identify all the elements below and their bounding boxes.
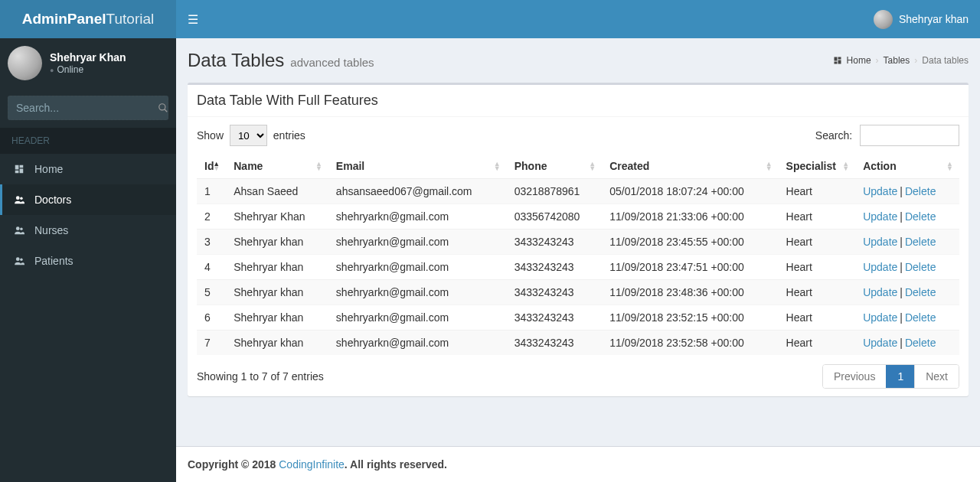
cell-email: shehryarkn@gmail.com	[328, 331, 507, 356]
sort-icon: ▲▼	[315, 161, 322, 171]
menu-toggle-button[interactable]: ☰	[188, 12, 198, 27]
update-link[interactable]: Update	[863, 210, 897, 223]
sidebar-item-nurses[interactable]: Nurses	[0, 215, 176, 246]
delete-link[interactable]: Delete	[905, 236, 936, 248]
delete-link[interactable]: Delete	[905, 261, 936, 273]
svg-point-4	[16, 226, 20, 230]
length-prefix: Show	[197, 129, 224, 142]
table-row: 2 Shehryar Khan shehryarkn@gmail.com 033…	[197, 204, 959, 230]
sidebar-item-label: Doctors	[34, 194, 71, 206]
column-header[interactable]: Name▲▼	[226, 154, 328, 179]
cell-phone: 3433243243	[507, 255, 602, 280]
svg-point-6	[16, 257, 20, 261]
action-separator: |	[900, 337, 903, 349]
footer-copyright: Copyright © 2018	[188, 458, 279, 471]
svg-line-1	[165, 109, 168, 112]
update-link[interactable]: Update	[863, 311, 897, 324]
cell-id: 3	[197, 230, 226, 255]
data-table: Id▲▼Name▲▼Email▲▼Phone▲▼Created▲▼Special…	[197, 154, 959, 355]
cell-action: Update|Delete	[855, 179, 959, 204]
delete-link[interactable]: Delete	[905, 210, 936, 223]
table-search-input[interactable]	[860, 125, 959, 146]
sidebar-menu: Home Doctors Nurses Patients	[0, 154, 176, 276]
box-title: Data Table With Full Features	[197, 93, 959, 109]
search-icon	[158, 103, 168, 113]
sidebar-item-home[interactable]: Home	[0, 154, 176, 184]
column-header[interactable]: Id▲▼	[197, 154, 226, 179]
column-header[interactable]: Specialist▲▼	[779, 154, 856, 179]
table-row: 6 Shehryar khan shehryarkn@gmail.com 343…	[197, 305, 959, 331]
column-header[interactable]: Action▲▼	[855, 154, 959, 179]
column-header[interactable]: Created▲▼	[602, 154, 778, 179]
breadcrumb-separator: ›	[914, 55, 917, 66]
sort-icon: ▲▼	[946, 161, 953, 171]
svg-point-2	[16, 196, 20, 200]
table-row: 7 Shehryar khan shehryarkn@gmail.com 343…	[197, 331, 959, 356]
pagination-next[interactable]: Next	[914, 365, 959, 388]
svg-point-3	[20, 197, 23, 200]
cell-email: ahsansaeed067@gmail.com	[328, 179, 507, 204]
cell-id: 6	[197, 305, 226, 331]
delete-link[interactable]: Delete	[905, 311, 936, 324]
cell-phone: 3433243243	[507, 280, 602, 305]
delete-link[interactable]: Delete	[905, 185, 936, 197]
avatar	[8, 46, 42, 80]
column-label: Name	[234, 160, 263, 172]
users-icon	[11, 194, 27, 205]
column-header[interactable]: Email▲▼	[328, 154, 507, 179]
cell-id: 7	[197, 331, 226, 356]
search-input[interactable]	[8, 96, 158, 119]
dashboard-icon	[11, 164, 27, 174]
topbar-user[interactable]: Shehryar khan	[874, 10, 969, 29]
sidebar-item-label: Patients	[34, 255, 74, 267]
data-table-box: Data Table With Full Features Show 10 en…	[188, 83, 969, 396]
sidebar-item-label: Home	[34, 163, 63, 175]
page-title: Data Tables advanced tables	[188, 50, 374, 71]
cell-email: shehryarkn@gmail.com	[328, 230, 507, 255]
delete-link[interactable]: Delete	[905, 286, 936, 298]
breadcrumb-home[interactable]: Home	[847, 55, 871, 66]
hamburger-icon: ☰	[188, 13, 198, 26]
brand-logo[interactable]: AdminPanelTutorial	[0, 0, 176, 38]
sidebar-item-doctors[interactable]: Doctors	[0, 184, 176, 215]
column-header[interactable]: Phone▲▼	[507, 154, 602, 179]
cell-created: 11/09/2018 23:45:55 +00:00	[602, 230, 778, 255]
update-link[interactable]: Update	[863, 337, 897, 349]
table-search-control: Search:	[815, 125, 959, 146]
sidebar-search	[0, 88, 176, 128]
breadcrumb: Home › Tables › Data tables	[833, 55, 969, 66]
cell-created: 05/01/2018 18:07:24 +00:00	[602, 179, 778, 204]
cell-email: shehryarkn@gmail.com	[328, 255, 507, 280]
sidebar-user-name: Shehryar Khan	[50, 50, 126, 64]
cell-specialist: Heart	[779, 179, 856, 204]
cell-name: Ahsan Saeed	[226, 179, 328, 204]
cell-email: shehryarkn@gmail.com	[328, 280, 507, 305]
cell-created: 11/09/2018 23:48:36 +00:00	[602, 280, 778, 305]
table-length-control: Show 10 entries	[197, 125, 305, 146]
update-link[interactable]: Update	[863, 236, 897, 248]
avatar	[874, 10, 893, 29]
sidebar-item-patients[interactable]: Patients	[0, 246, 176, 276]
cell-id: 4	[197, 255, 226, 280]
breadcrumb-current: Data tables	[922, 55, 969, 66]
column-label: Phone	[514, 160, 547, 172]
update-link[interactable]: Update	[863, 261, 897, 273]
pagination-page-1[interactable]: 1	[886, 365, 914, 388]
update-link[interactable]: Update	[863, 185, 897, 197]
table-row: 3 Shehryar khan shehryarkn@gmail.com 343…	[197, 230, 959, 255]
pagination: Previous 1 Next	[822, 364, 959, 389]
length-select[interactable]: 10	[230, 125, 267, 146]
sort-icon: ▲▼	[494, 161, 501, 171]
delete-link[interactable]: Delete	[905, 337, 936, 349]
users-icon	[11, 256, 27, 266]
pagination-previous[interactable]: Previous	[823, 365, 886, 388]
update-link[interactable]: Update	[863, 286, 897, 298]
users-icon	[11, 225, 27, 236]
breadcrumb-tables[interactable]: Tables	[884, 55, 910, 66]
action-separator: |	[900, 210, 903, 223]
cell-name: Shehryar khan	[226, 305, 328, 331]
column-label: Action	[863, 160, 897, 172]
footer-link[interactable]: CodingInfinite	[279, 458, 345, 471]
cell-specialist: Heart	[779, 255, 856, 280]
search-button[interactable]	[158, 96, 168, 119]
